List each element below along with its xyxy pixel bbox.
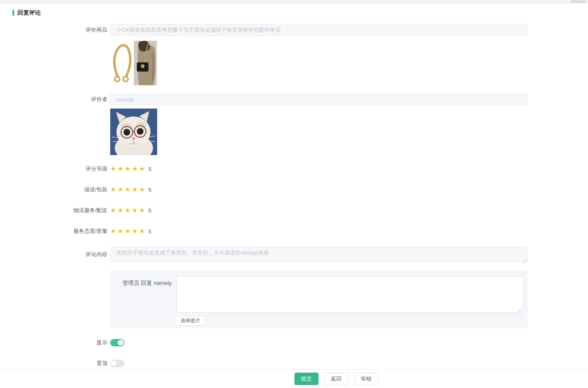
rating-label: 服务态度/质量	[0, 227, 107, 235]
reviewer-row: 评价者	[0, 94, 528, 105]
toggle-knob	[111, 361, 117, 366]
star-icon: ★	[117, 166, 123, 172]
star-icon: ★	[125, 166, 131, 172]
admin-reply-panel: 管理员 回复 namely 选择图片	[110, 270, 528, 329]
star-icon: ★	[117, 228, 123, 235]
comment-row: 评论内容 把我的手提包改造成了单肩包，非常好，古今最适合vintage风格	[0, 247, 528, 264]
rating-label: 评分等级	[0, 165, 107, 173]
page-title: 回复评论	[17, 9, 41, 17]
pin-toggle[interactable]	[110, 360, 124, 367]
star-icon: ★	[139, 186, 145, 193]
star-icon: ★	[117, 186, 123, 193]
rating-label: 物流服务/配送	[0, 207, 107, 214]
rating-score: 5	[148, 228, 151, 235]
rating-row-service: 服务态度/质量 ★ ★ ★ ★ ★ 5	[0, 227, 151, 235]
rating-score: 5	[148, 166, 151, 172]
star-icon: ★	[110, 186, 116, 193]
rating-row-overall: 评分等级 ★ ★ ★ ★ ★ 5	[0, 165, 151, 173]
star-rating: ★ ★ ★ ★ ★ 5	[110, 166, 151, 172]
footer-action-bar: 提交 返回 审核	[0, 369, 588, 388]
toggle-knob	[118, 340, 124, 346]
pin-label: 置顶	[0, 360, 107, 367]
rating-score: 5	[148, 208, 151, 214]
product-image-chain	[110, 41, 133, 85]
comment-label: 评论内容	[0, 251, 107, 258]
choose-image-button[interactable]: 选择图片	[175, 316, 206, 326]
scrollbar-thumb[interactable]	[571, 0, 586, 3]
admin-reply-label: 管理员 回复 namely	[110, 279, 172, 287]
back-button[interactable]: 返回	[324, 373, 348, 385]
product-image-bag-model	[134, 41, 157, 85]
star-icon: ★	[132, 207, 138, 214]
product-label: 评价商品	[0, 26, 107, 34]
review-button[interactable]: 审核	[354, 373, 378, 385]
rating-row-logistics: 物流服务/配送 ★ ★ ★ ★ ★ 5	[0, 206, 151, 215]
star-rating: ★ ★ ★ ★ ★ 5	[110, 207, 151, 214]
show-label: 显示	[0, 339, 107, 346]
star-icon: ★	[125, 186, 131, 193]
resize-grip-icon	[523, 259, 527, 263]
reviewer-input	[110, 94, 528, 105]
rating-label: 描述/包装	[0, 186, 107, 193]
show-toggle[interactable]	[110, 339, 124, 346]
star-icon: ★	[110, 207, 116, 214]
resize-grip-icon	[518, 308, 522, 312]
admin-reply-textarea[interactable]	[176, 276, 524, 313]
rating-score: 5	[148, 187, 151, 193]
rating-row-packaging: 描述/包装 ★ ★ ★ ★ ★ 5	[0, 185, 151, 194]
submit-button[interactable]: 提交	[294, 373, 319, 385]
reply-comment-page: 回复评论 评价商品 评价者	[0, 0, 588, 388]
star-rating: ★ ★ ★ ★ ★ 5	[110, 228, 151, 235]
star-icon: ★	[110, 166, 116, 172]
star-rating: ★ ★ ★ ★ ★ 5	[110, 186, 151, 193]
comment-textarea: 把我的手提包改造成了单肩包，非常好，古今最适合vintage风格	[110, 247, 528, 262]
star-icon: ★	[125, 207, 131, 214]
star-icon: ★	[132, 166, 138, 172]
product-input	[110, 24, 528, 36]
star-icon: ★	[139, 207, 145, 214]
star-icon: ★	[132, 186, 138, 193]
star-icon: ★	[139, 166, 145, 172]
show-toggle-row: 显示	[0, 339, 124, 347]
accent-bar	[12, 10, 14, 16]
product-row: 评价商品	[0, 24, 528, 36]
reviewer-label: 评价者	[0, 96, 107, 103]
star-icon: ★	[110, 228, 116, 235]
reviewer-avatar	[110, 109, 157, 155]
section-header: 回复评论	[12, 9, 41, 17]
star-icon: ★	[117, 207, 123, 214]
top-scrollbar-track	[0, 0, 588, 3]
star-icon: ★	[132, 228, 138, 235]
star-icon: ★	[125, 228, 131, 235]
pin-toggle-row: 置顶	[0, 359, 124, 368]
star-icon: ★	[139, 228, 145, 235]
product-images	[110, 41, 157, 85]
